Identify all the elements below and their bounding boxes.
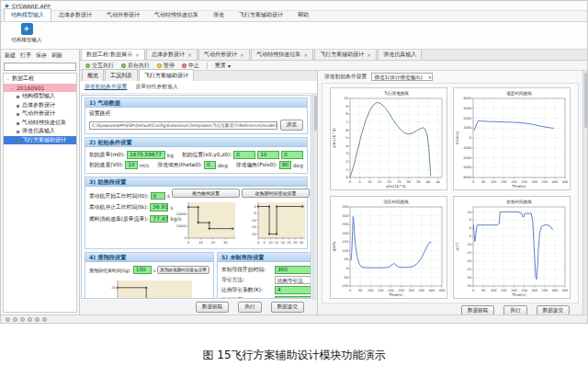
reset-button[interactable]: 重置 ▾ <box>215 62 231 70</box>
svg-text:5: 5 <box>264 241 266 245</box>
initial-x-field[interactable]: 0 <box>233 151 255 159</box>
target-x-field[interactable]: 100000 <box>275 296 311 299</box>
data-fetch-button[interactable]: 数据获取 <box>196 302 229 313</box>
close-icon[interactable]: × <box>187 51 192 58</box>
tab-flight-plan-design[interactable]: 飞行方案辅助设计 <box>139 69 194 81</box>
tree-node-project[interactable]: - 20160901 <box>4 84 76 93</box>
tree-item-label: 弹道仿真输入 <box>22 127 55 135</box>
alpha-vs-time-button[interactable]: 攻角随时间变化设置 <box>242 189 310 198</box>
field-label: 弹道倾角(theta0): <box>157 161 202 169</box>
section-header: 4) 滑翔段设置 <box>85 253 213 262</box>
svg-text:-25: -25 <box>466 268 471 271</box>
trajectory-result-select[interactable]: 弹道1(设计弹道输出) ▾ <box>371 73 433 81</box>
initial-velocity-field[interactable]: 10 <box>125 161 137 169</box>
svg-text:300: 300 <box>342 214 347 218</box>
svg-text:速度时间曲线: 速度时间曲线 <box>506 91 532 97</box>
execute-button[interactable]: 执行 <box>238 302 261 313</box>
new-button[interactable]: 新建 <box>5 51 16 60</box>
svg-text:α/(°): α/(°) <box>455 242 459 251</box>
tree-node-aero-shape[interactable]: ▪ 气动外形设计 <box>4 109 76 119</box>
doc-tab-label: 飞行方案辅助设计 <box>320 51 364 59</box>
dynamic-pressure-chart: 050100150200250300350400450-100-50050100… <box>331 197 447 298</box>
structure-input-tool-button[interactable]: ✈ 结构模型输入 <box>6 23 48 48</box>
open-button[interactable]: 打开 <box>20 51 31 60</box>
field-label: 目标位置x: <box>221 296 275 299</box>
section-boost-phase: 3) 助推段设置 发动机开始工作时间(t0): 0 s <box>85 177 308 249</box>
tab-case-list[interactable]: 工况列表 <box>105 69 138 81</box>
browse-button[interactable]: 浏览 <box>280 120 303 131</box>
field-unit: deg <box>218 163 228 168</box>
svg-text:0: 0 <box>254 205 256 209</box>
doc-tab-label: 气动外形设计 <box>204 51 237 59</box>
svg-text:10000: 10000 <box>176 224 187 228</box>
svg-text:-15: -15 <box>251 225 256 229</box>
project-search-input[interactable] <box>4 63 76 71</box>
close-icon[interactable]: × <box>135 51 140 58</box>
pause-icon <box>157 63 162 68</box>
ribbon-tab-aero-estimate[interactable]: 气动特性快速估算 <box>147 8 206 21</box>
ribbon-tab-help[interactable]: 帮助 <box>290 8 316 21</box>
tree-node-trajectory-input[interactable]: ▪ 弹道仿真输入 <box>4 127 76 136</box>
thrust-curve-button[interactable]: 推力曲线设置 <box>172 189 240 198</box>
subtab-initial-conditions[interactable]: 弹道初始条件设置 <box>85 83 127 91</box>
tree-node-flight-plan[interactable]: ▪ 飞行方案辅助设计 <box>4 136 76 145</box>
section-header: 2) 初始条件设置 <box>85 138 307 147</box>
section-header: 1) 气动数据 <box>85 98 307 108</box>
selected-option: 弹道1(设计弹道输出) <box>374 74 423 80</box>
svg-text:x/m(10^4): x/m(10^4) <box>386 184 406 189</box>
glide-end-time-field[interactable]: 150 <box>133 266 152 274</box>
trajectory-angle-field[interactable]: 0 <box>204 161 216 169</box>
tree-item-label: 气动外形设计 <box>22 109 55 118</box>
svg-text:-15: -15 <box>466 251 471 255</box>
deflection-angle-field[interactable]: 90 <box>279 161 291 169</box>
guidance-method-select[interactable]: 比例导引法 ▾ <box>275 276 311 284</box>
tree-node-overall-params[interactable]: ▪ 总体参数设计 <box>4 101 76 110</box>
collapse-icon[interactable]: - <box>6 75 10 82</box>
subtab-mass-params[interactable]: 质量特性参数输入 <box>135 83 177 91</box>
initial-y-field[interactable]: 10 <box>257 151 279 159</box>
separator <box>207 63 208 69</box>
close-icon[interactable]: × <box>367 51 371 58</box>
tree-node-aero-estimate[interactable]: ▪ 气动特性快速估算 <box>4 119 76 128</box>
ribbon-tab-aero-shape[interactable]: 气动外形设计 <box>99 8 147 21</box>
svg-text:40: 40 <box>426 180 431 184</box>
field-unit: s <box>167 193 170 199</box>
ribbon-tab-trajectory[interactable]: 弹道 <box>206 8 232 21</box>
doc-tab-aero-shape[interactable]: 气动外形设计 × <box>198 50 250 60</box>
ribbon-tab-flight-plan[interactable]: 飞行方案辅助设计 <box>232 8 290 21</box>
doc-tab-flight-plan[interactable]: 飞行方案辅助设计 × <box>314 50 377 60</box>
collapse-icon[interactable]: - <box>10 85 15 91</box>
engine-stop-time-field[interactable]: 36.91 <box>150 203 168 212</box>
doc-tab-data-view[interactable]: 数据工程:数据展示 × <box>81 50 145 60</box>
doc-tab-aero-estimate[interactable]: 气动特性快速估算 × <box>251 50 313 60</box>
svg-text:0: 0 <box>469 136 471 140</box>
glide-alpha-button[interactable]: 滑翔攻角随时间变化设置 <box>157 266 209 274</box>
tab-overview[interactable]: 概览 <box>82 69 104 81</box>
close-icon[interactable]: × <box>240 51 244 58</box>
ribbon-tab-structure-input[interactable]: 结构模型输入 <box>4 8 51 21</box>
initial-mass-field[interactable]: 1675.59677 <box>127 151 165 159</box>
refresh-button[interactable]: 刷新 <box>51 51 62 60</box>
svg-text:-2000: -2000 <box>462 156 471 160</box>
close-icon[interactable]: × <box>303 51 308 58</box>
status-circle-icon <box>35 317 40 322</box>
form-scrollbar[interactable] <box>312 94 317 300</box>
tree-node-structure-input[interactable]: ▪ 结构模型输入 <box>4 92 76 101</box>
guidance-coefficient-field[interactable]: 4 <box>275 286 311 294</box>
doc-tab-overall-params[interactable]: 总体参数设计 × <box>146 50 198 60</box>
fuel-rate-field[interactable]: 77.47 <box>150 215 168 223</box>
aero-data-path-input[interactable]: C:\Sysware\APP\ESP\Default\Config\Extens… <box>89 121 277 130</box>
window-scrollbar[interactable] <box>582 71 587 315</box>
svg-text:450: 450 <box>439 289 445 292</box>
data-submit-button[interactable]: 数据提交 <box>271 302 304 313</box>
tree-node-root[interactable]: - 数据工程 <box>4 74 76 84</box>
svg-text:100: 100 <box>342 249 347 253</box>
initial-z-field[interactable]: 0 <box>281 151 303 159</box>
doc-tab-trajectory-input[interactable]: 弹道仿真输入 <box>378 50 422 60</box>
status-circle-icon <box>42 317 47 322</box>
terminal-start-time-field[interactable]: 300 <box>275 266 311 274</box>
save-button[interactable]: 保存 <box>36 51 47 60</box>
ribbon-tab-overall-params[interactable]: 总体参数设计 <box>51 8 99 21</box>
run-icon <box>85 63 90 68</box>
engine-start-time-field[interactable]: 0 <box>151 192 165 200</box>
